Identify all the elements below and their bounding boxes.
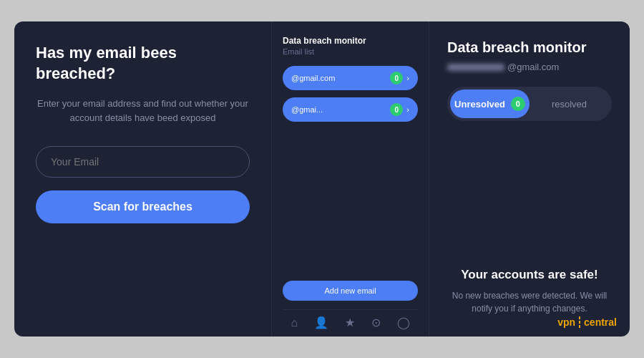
tabs-row: Unresolved 0 resolved (447, 87, 612, 121)
central-label: central (584, 316, 617, 328)
home-icon[interactable]: ⌂ (291, 316, 298, 329)
bottom-nav: ⌂ 👤 ★ ⊙ ◯ (283, 309, 418, 329)
person-icon[interactable]: 👤 (314, 316, 328, 329)
email-item-badge-1: 0 (390, 72, 403, 84)
middle-section-title: Data breach monitor (283, 36, 418, 46)
account-icon[interactable]: ◯ (397, 316, 410, 329)
page-heading: Has my email bees breached? (36, 43, 250, 84)
divider-lines (579, 316, 580, 328)
right-section-title: Data breach monitor (447, 39, 612, 56)
right-panel: Data breach monitor @gmail.com Unresolve… (429, 21, 630, 337)
safe-message: Your accounts are safe! No new breaches … (447, 268, 612, 322)
email-input-wrapper[interactable] (36, 146, 250, 178)
email-item-badge-2: 0 (390, 103, 403, 116)
tab-unresolved[interactable]: Unresolved 0 (450, 90, 530, 118)
add-email-button[interactable]: Add new email (283, 281, 418, 301)
left-panel: Has my email bees breached? Enter your e… (14, 21, 272, 337)
tab-resolved[interactable]: resolved (530, 90, 609, 118)
middle-section-subtitle: Email list (283, 47, 418, 56)
scan-button[interactable]: Scan for breaches (36, 190, 250, 223)
email-item-label-2: @gmai... (291, 105, 386, 114)
chevron-right-icon-2: › (406, 105, 409, 114)
middle-panel: Data breach monitor Email list @gmail.co… (272, 21, 429, 337)
email-domain: @gmail.com (507, 62, 559, 72)
email-list-item-1[interactable]: @gmail.com 0 › (283, 66, 418, 90)
chevron-right-icon-1: › (406, 74, 409, 82)
star-icon[interactable]: ★ (345, 316, 355, 329)
email-item-label-1: @gmail.com (291, 74, 386, 82)
tab-resolved-label: resolved (552, 99, 587, 110)
email-display: @gmail.com (447, 62, 612, 72)
app-container: Has my email bees breached? Enter your e… (14, 21, 630, 337)
email-blur (447, 64, 504, 71)
email-input[interactable] (51, 156, 235, 168)
watermark: vpn central (557, 316, 617, 328)
page-subtitle: Enter your email address and find out wh… (36, 97, 250, 125)
settings-icon[interactable]: ⊙ (371, 316, 381, 329)
vpn-label: vpn (557, 316, 575, 328)
safe-title: Your accounts are safe! (447, 268, 612, 282)
tab-unresolved-badge: 0 (511, 97, 525, 111)
tab-unresolved-label: Unresolved (454, 99, 505, 110)
safe-description: No new breaches were detected. We will n… (447, 289, 612, 315)
email-list-item-2[interactable]: @gmai... 0 › (283, 97, 418, 122)
